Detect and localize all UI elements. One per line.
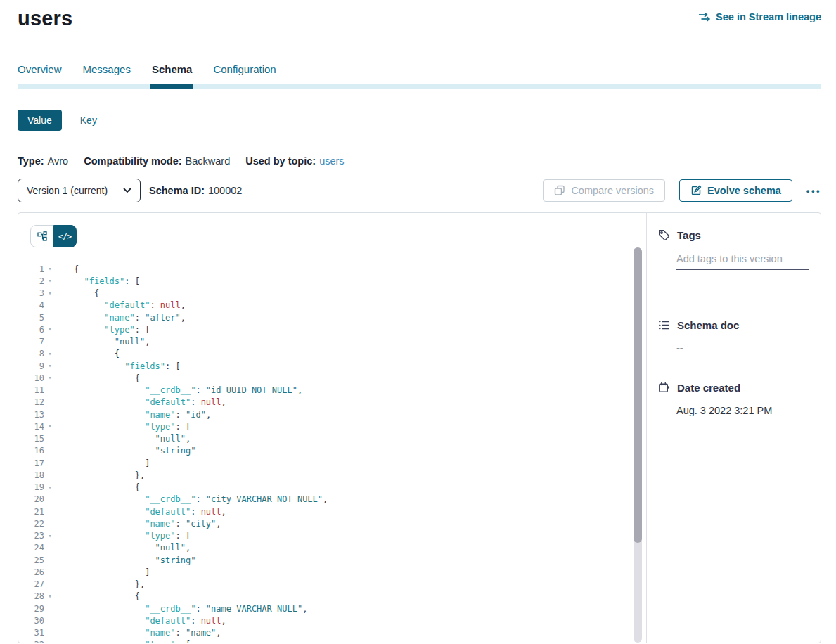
compare-icon: [554, 185, 565, 196]
stream-lineage-label: See in Stream lineage: [716, 11, 821, 22]
code-text: "string": [56, 446, 195, 456]
stream-lineage-icon: [698, 12, 711, 22]
code-line: 23▾ "type": [: [18, 530, 646, 542]
fold-arrow-icon[interactable]: ▾: [44, 288, 56, 300]
code-line: 25 "string": [18, 554, 646, 566]
line-number: 9: [18, 361, 44, 371]
code-line: 10▾ {: [18, 372, 646, 384]
line-number: 32: [18, 640, 44, 643]
meta-item: Type:Avro: [18, 155, 68, 167]
meta-label: Used by topic:: [245, 155, 316, 167]
code-text: {: [56, 591, 140, 601]
fold-arrow-icon[interactable]: ▾: [44, 323, 56, 335]
code-line: 11 "__crdb__": "id UUID NOT NULL",: [18, 385, 646, 397]
code-scrollbar-thumb[interactable]: [634, 247, 642, 543]
calendar-plus-icon: [658, 382, 670, 394]
code-line: 8▾ {: [18, 348, 646, 360]
fold-arrow-icon[interactable]: ▾: [44, 360, 56, 372]
code-text: ]: [56, 567, 150, 577]
fold-gutter: [44, 614, 56, 626]
date-created-value: Aug. 3 2022 3:21 PM: [676, 405, 809, 416]
code-text: {: [56, 349, 120, 359]
date-created-section: Date created Aug. 3 2022 3:21 PM: [658, 382, 809, 416]
code-view-icon: </>: [58, 232, 72, 240]
line-number: 4: [18, 300, 44, 310]
code-line: 5 "name": "after",: [18, 311, 646, 323]
value-toggle-button[interactable]: Value: [18, 110, 62, 131]
code-view-button[interactable]: </>: [53, 225, 77, 247]
code-text: "null",: [56, 337, 150, 347]
code-line: 26 ]: [18, 566, 646, 578]
line-number: 10: [18, 373, 44, 383]
tab-overview[interactable]: Overview: [18, 63, 62, 84]
meta-item: Used by topic:users: [245, 155, 344, 167]
evolve-schema-label: Evolve schema: [707, 185, 781, 196]
line-number: 31: [18, 628, 44, 638]
fold-arrow-icon[interactable]: ▾: [44, 348, 56, 360]
line-number: 22: [18, 519, 44, 529]
tree-view-icon: [37, 231, 47, 241]
line-number: 8: [18, 349, 44, 359]
fold-gutter: [44, 457, 56, 469]
code-text: "__crdb__": "id UUID NOT NULL",: [56, 385, 302, 395]
fold-arrow-icon[interactable]: ▾: [44, 482, 56, 494]
code-text: "fields": [: [56, 361, 181, 371]
tag-icon: [658, 229, 670, 241]
code-text: "name": "id",: [56, 410, 211, 420]
schema-panel: </> 1▾{2▾ "fields": [3▾ {4 "default": nu…: [18, 212, 821, 643]
tab-bar: OverviewMessagesSchemaConfiguration: [18, 63, 821, 89]
meta-value: Backward: [186, 155, 231, 167]
fold-gutter: [44, 433, 56, 445]
meta-value: Avro: [48, 155, 69, 167]
line-number: 11: [18, 385, 44, 395]
meta-label: Compatibility mode:: [84, 155, 181, 167]
key-toggle-button[interactable]: Key: [80, 115, 97, 126]
code-line: 31 "name": "name",: [18, 627, 646, 639]
tab-messages[interactable]: Messages: [83, 63, 131, 84]
fold-arrow-icon[interactable]: ▾: [44, 530, 56, 542]
line-number: 13: [18, 410, 44, 420]
code-text: ]: [56, 458, 150, 468]
fold-gutter: [44, 336, 56, 348]
code-scrollbar[interactable]: [634, 247, 642, 643]
stream-lineage-link[interactable]: See in Stream lineage: [698, 11, 821, 22]
tab-configuration[interactable]: Configuration: [213, 63, 276, 84]
code-text: "default": null,: [56, 616, 226, 626]
fold-arrow-icon[interactable]: ▾: [44, 263, 56, 275]
add-tags-input[interactable]: [676, 253, 809, 270]
code-text: "__crdb__": "city VARCHAR NOT NULL",: [56, 494, 328, 504]
code-text: {: [56, 288, 99, 298]
topic-link[interactable]: users: [319, 155, 344, 167]
code-line: 7 "null",: [18, 336, 646, 348]
more-actions-button[interactable]: •••: [806, 186, 821, 196]
line-number: 16: [18, 446, 44, 456]
schema-doc-title: Schema doc: [677, 319, 739, 331]
tree-view-button[interactable]: [30, 225, 53, 247]
code-line: 18 },: [18, 469, 646, 481]
code-text: "type": [: [56, 531, 191, 541]
fold-arrow-icon[interactable]: ▾: [44, 275, 56, 287]
value-key-toggle: Value Key: [18, 110, 821, 131]
compare-versions-button[interactable]: Compare versions: [543, 179, 665, 202]
page-header: users See in Stream lineage: [18, 7, 821, 30]
fold-arrow-icon[interactable]: ▾: [44, 420, 56, 432]
fold-gutter: [44, 517, 56, 529]
line-number: 1: [18, 264, 44, 274]
line-number: 18: [18, 470, 44, 480]
fold-arrow-icon[interactable]: ▾: [44, 639, 56, 643]
evolve-schema-button[interactable]: Evolve schema: [679, 179, 792, 202]
fold-arrow-icon[interactable]: ▾: [44, 591, 56, 603]
tags-section: Tags: [658, 229, 809, 288]
tab-schema[interactable]: Schema: [152, 63, 193, 84]
date-created-title: Date created: [677, 382, 740, 394]
chevron-down-icon: [123, 188, 131, 193]
code-text: "type": [: [56, 422, 191, 432]
fold-arrow-icon[interactable]: ▾: [44, 372, 56, 384]
line-number: 24: [18, 543, 44, 553]
tags-title: Tags: [677, 229, 701, 241]
fold-gutter: [44, 311, 56, 323]
code-text: "fields": [: [56, 276, 140, 286]
version-select[interactable]: Version 1 (current): [18, 179, 141, 202]
code-text: "__crdb__": "name VARCHAR NULL",: [56, 604, 307, 614]
schema-actions: Compare versions Evolve schema •••: [543, 179, 821, 202]
